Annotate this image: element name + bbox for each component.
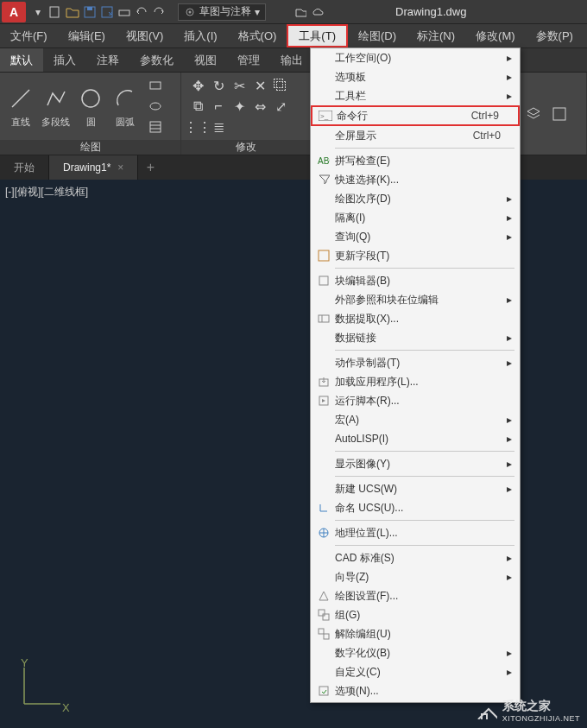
doc-tab-current[interactable]: Drawing1* × — [49, 155, 138, 180]
menu-item-draworder[interactable]: 绘图次序(D)▸ — [311, 189, 520, 208]
menu-modify[interactable]: 修改(M) — [465, 24, 526, 47]
offset-icon[interactable]: ≣ — [209, 117, 228, 136]
hatch-icon[interactable] — [146, 117, 165, 136]
menu-item-isolate[interactable]: 隔离(I)▸ — [311, 208, 520, 227]
qat-share-icon[interactable] — [292, 3, 309, 21]
chevron-down-icon: ▾ — [255, 6, 260, 18]
ribbon-tab-default[interactable]: 默认 — [0, 48, 43, 72]
ribbon-tab-annotate[interactable]: 注释 — [86, 48, 129, 72]
menu-file[interactable]: 文件(F) — [0, 24, 58, 47]
ribbon-tab-view[interactable]: 视图 — [184, 48, 227, 72]
save-icon[interactable] — [81, 3, 98, 21]
undo-icon[interactable] — [133, 3, 150, 21]
menu-item-quickselect[interactable]: 快速选择(K)... — [311, 170, 520, 189]
trim-icon[interactable]: ✂ — [230, 76, 249, 95]
arc-icon — [111, 85, 139, 112]
menu-item-runscript[interactable]: 运行脚本(R)... — [311, 391, 520, 410]
properties-icon[interactable] — [550, 104, 569, 123]
menu-item-options[interactable]: 选项(N)... — [311, 681, 520, 700]
qat-dropdown-icon[interactable]: ▾ — [29, 3, 47, 21]
menu-item-inquiry[interactable]: 查询(Q)▸ — [311, 227, 520, 246]
menu-item-spellcheck[interactable]: ABC拼写检查(E) — [311, 151, 520, 170]
doc-tab-start[interactable]: 开始 — [0, 155, 49, 180]
ribbon-tab-output[interactable]: 输出 — [270, 48, 313, 72]
open-icon[interactable] — [64, 3, 81, 21]
menu-item-wizards[interactable]: 向导(Z)▸ — [311, 567, 520, 586]
tool-polyline[interactable]: 多段线 — [41, 85, 70, 129]
menu-item-blockeditor[interactable]: 块编辑器(B) — [311, 271, 520, 290]
plot-icon[interactable] — [116, 3, 133, 21]
modify-tools: ✥ ↻ ✂ ✕ ⿻ ⧉ ⌐ ✦ ⇔ ⤢ ⋮⋮ ≣ — [188, 76, 290, 136]
rotate-icon[interactable]: ↻ — [209, 76, 228, 95]
scale-icon[interactable]: ⤢ — [271, 97, 290, 116]
menu-item-displayimage[interactable]: 显示图像(Y)▸ — [311, 454, 520, 473]
ellipse-icon[interactable] — [146, 97, 165, 116]
menu-view[interactable]: 视图(V) — [116, 24, 174, 47]
menu-item-namedUCS[interactable]: 命名 UCS(U)... — [311, 498, 520, 517]
ucs-x-label: X — [62, 701, 70, 714]
menu-item-draftingsettings[interactable]: 绘图设置(F)... — [311, 586, 520, 605]
menu-item-group[interactable]: 组(G) — [311, 605, 520, 624]
menu-item-cadstandards[interactable]: CAD 标准(S)▸ — [311, 548, 520, 567]
stretch-icon[interactable]: ⇔ — [250, 97, 269, 116]
svg-rect-9 — [150, 82, 161, 89]
menu-item-macro[interactable]: 宏(A)▸ — [311, 410, 520, 429]
menu-draw[interactable]: 绘图(D) — [348, 24, 407, 47]
copy-icon[interactable]: ⿻ — [271, 76, 290, 95]
menu-item-datalinks[interactable]: 数据链接▸ — [311, 328, 520, 347]
menu-item-dataextraction[interactable]: 数据提取(X)... — [311, 309, 520, 328]
menu-item-fullscreen[interactable]: 全屏显示Ctrl+0 — [311, 126, 520, 145]
add-tab-icon[interactable]: + — [138, 160, 162, 175]
menu-item-actionrecorder[interactable]: 动作录制器(T)▸ — [311, 353, 520, 372]
svg-rect-20 — [319, 250, 329, 261]
viewport-label[interactable]: [-][俯视][二维线框] — [5, 185, 88, 199]
menu-item-workspace[interactable]: 工作空间(O)▸ — [311, 48, 520, 67]
menu-item-updatefields[interactable]: 更新字段(T) — [311, 246, 520, 265]
menu-item-toolbars[interactable]: 工具栏▸ — [311, 86, 520, 105]
saveas-icon[interactable] — [98, 3, 116, 21]
new-icon[interactable] — [47, 3, 64, 21]
menu-item-xrefblock[interactable]: 外部参照和块在位编辑▸ — [311, 290, 520, 309]
redo-icon[interactable] — [150, 3, 167, 21]
svg-point-10 — [150, 103, 161, 110]
menu-edit[interactable]: 编辑(E) — [58, 24, 116, 47]
ribbon-tab-parametric[interactable]: 参数化 — [129, 48, 184, 72]
layer-icon[interactable] — [524, 104, 543, 123]
menu-item-commandline[interactable]: >_命令行Ctrl+9 — [311, 105, 520, 126]
mirror-icon[interactable]: ⧉ — [188, 97, 207, 116]
app-logo[interactable]: A — [2, 2, 26, 22]
tool-line[interactable]: 直线 — [7, 85, 35, 129]
menu-parameters[interactable]: 参数(P) — [526, 24, 584, 47]
gear-icon — [184, 6, 196, 18]
ribbon-tab-insert[interactable]: 插入 — [43, 48, 86, 72]
array-icon[interactable]: ⋮⋮ — [188, 117, 207, 136]
menu-insert[interactable]: 插入(I) — [174, 24, 227, 47]
explode-icon[interactable]: ✦ — [230, 97, 249, 116]
line-icon — [7, 85, 35, 112]
svg-rect-22 — [319, 315, 329, 322]
menu-item-newucs[interactable]: 新建 UCS(W)▸ — [311, 479, 520, 498]
workspace-dropdown[interactable]: 草图与注释 ▾ — [178, 3, 266, 21]
ribbon-tab-manage[interactable]: 管理 — [227, 48, 270, 72]
watermark-brand: 系统之家 — [502, 699, 580, 714]
erase-icon[interactable]: ✕ — [250, 76, 269, 95]
close-icon[interactable]: × — [117, 161, 123, 174]
menu-item-tablet[interactable]: 数字化仪(B)▸ — [311, 643, 520, 662]
menu-item-customize[interactable]: 自定义(C)▸ — [311, 662, 520, 681]
fillet-icon[interactable]: ⌐ — [209, 97, 228, 116]
tool-circle[interactable]: 圆 — [77, 85, 104, 129]
rectangle-icon[interactable] — [146, 76, 165, 95]
qat-cloud-icon[interactable] — [309, 3, 326, 21]
menu-item-loadapp[interactable]: 加载应用程序(L)... — [311, 372, 520, 391]
move-icon[interactable]: ✥ — [188, 76, 207, 95]
menu-format[interactable]: 格式(O) — [228, 24, 287, 47]
menu-item-ungroup[interactable]: 解除编组(U) — [311, 624, 520, 643]
menu-item-geolocation[interactable]: 地理位置(L)... — [311, 523, 520, 542]
menu-tools[interactable]: 工具(T) — [287, 24, 348, 47]
menu-separator — [335, 451, 514, 452]
polyline-icon — [42, 85, 70, 112]
menu-dimension[interactable]: 标注(N) — [407, 24, 465, 47]
tool-arc[interactable]: 圆弧 — [111, 85, 139, 129]
menu-item-palettes[interactable]: 选项板▸ — [311, 67, 520, 86]
menu-item-autolisp[interactable]: AutoLISP(I)▸ — [311, 429, 520, 448]
